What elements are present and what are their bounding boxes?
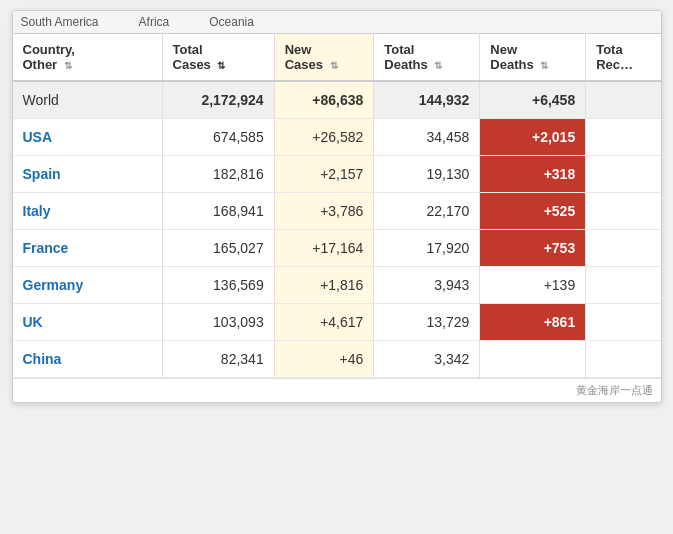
sort-icon-country: ⇅	[64, 60, 72, 71]
table-row: Germany 136,569 +1,816 3,943 +139	[13, 267, 661, 304]
row-new-deaths	[480, 341, 586, 378]
row-total-rec	[586, 267, 661, 304]
row-country: France	[13, 230, 163, 267]
region-tabs: South America Africa Oceania	[13, 11, 661, 34]
header-total-cases[interactable]: TotalCases ⇅	[162, 34, 274, 81]
row-new-deaths: +861	[480, 304, 586, 341]
region-south-america[interactable]: South America	[21, 15, 99, 29]
row-country: Germany	[13, 267, 163, 304]
row-total-cases: 165,027	[162, 230, 274, 267]
row-country: USA	[13, 119, 163, 156]
world-total-cases: 2,172,924	[162, 81, 274, 119]
row-total-cases: 182,816	[162, 156, 274, 193]
row-total-rec	[586, 193, 661, 230]
row-new-cases: +4,617	[274, 304, 374, 341]
world-country: World	[13, 81, 163, 119]
covid-table-container: South America Africa Oceania Country,Oth…	[12, 10, 662, 403]
row-new-cases: +46	[274, 341, 374, 378]
table-header-row: Country,Other ⇅ TotalCases ⇅ NewCases ⇅ …	[13, 34, 661, 81]
row-total-cases: 136,569	[162, 267, 274, 304]
country-link[interactable]: Italy	[23, 203, 51, 219]
row-total-deaths: 22,170	[374, 193, 480, 230]
table-row: USA 674,585 +26,582 34,458 +2,015	[13, 119, 661, 156]
header-new-cases[interactable]: NewCases ⇅	[274, 34, 374, 81]
row-total-deaths: 3,943	[374, 267, 480, 304]
row-country: China	[13, 341, 163, 378]
row-total-rec	[586, 304, 661, 341]
table-row: UK 103,093 +4,617 13,729 +861	[13, 304, 661, 341]
region-africa[interactable]: Africa	[139, 15, 170, 29]
row-total-cases: 674,585	[162, 119, 274, 156]
row-new-deaths: +318	[480, 156, 586, 193]
country-link[interactable]: France	[23, 240, 69, 256]
header-total-rec[interactable]: TotaRec…	[586, 34, 661, 81]
world-total-rec	[586, 81, 661, 119]
row-new-cases: +1,816	[274, 267, 374, 304]
row-new-cases: +3,786	[274, 193, 374, 230]
sort-icon-new-deaths: ⇅	[540, 60, 548, 71]
region-oceania[interactable]: Oceania	[209, 15, 254, 29]
row-new-cases: +2,157	[274, 156, 374, 193]
row-total-deaths: 19,130	[374, 156, 480, 193]
row-country: UK	[13, 304, 163, 341]
row-country: Italy	[13, 193, 163, 230]
row-total-deaths: 13,729	[374, 304, 480, 341]
world-row: World 2,172,924 +86,638 144,932 +6,458	[13, 81, 661, 119]
country-link[interactable]: USA	[23, 129, 53, 145]
country-link[interactable]: Germany	[23, 277, 84, 293]
row-total-deaths: 34,458	[374, 119, 480, 156]
row-total-cases: 103,093	[162, 304, 274, 341]
row-new-deaths: +525	[480, 193, 586, 230]
row-total-cases: 82,341	[162, 341, 274, 378]
world-total-deaths: 144,932	[374, 81, 480, 119]
world-new-deaths: +6,458	[480, 81, 586, 119]
row-total-rec	[586, 230, 661, 267]
world-new-cases: +86,638	[274, 81, 374, 119]
watermark-note: 黄金海岸一点通	[13, 378, 661, 402]
country-link[interactable]: Spain	[23, 166, 61, 182]
row-total-cases: 168,941	[162, 193, 274, 230]
country-link[interactable]: UK	[23, 314, 43, 330]
sort-icon-new-cases: ⇅	[330, 60, 338, 71]
row-new-cases: +26,582	[274, 119, 374, 156]
sort-icon-total-deaths: ⇅	[434, 60, 442, 71]
row-total-deaths: 3,342	[374, 341, 480, 378]
row-total-rec	[586, 119, 661, 156]
table-row: China 82,341 +46 3,342	[13, 341, 661, 378]
header-total-deaths[interactable]: TotalDeaths ⇅	[374, 34, 480, 81]
sort-icon-total-cases: ⇅	[217, 60, 225, 71]
row-new-deaths: +139	[480, 267, 586, 304]
header-new-deaths[interactable]: NewDeaths ⇅	[480, 34, 586, 81]
row-total-deaths: 17,920	[374, 230, 480, 267]
header-country[interactable]: Country,Other ⇅	[13, 34, 163, 81]
row-new-deaths: +2,015	[480, 119, 586, 156]
table-row: Italy 168,941 +3,786 22,170 +525	[13, 193, 661, 230]
country-link[interactable]: China	[23, 351, 62, 367]
table-row: France 165,027 +17,164 17,920 +753	[13, 230, 661, 267]
row-new-cases: +17,164	[274, 230, 374, 267]
row-total-rec	[586, 156, 661, 193]
covid-data-table: Country,Other ⇅ TotalCases ⇅ NewCases ⇅ …	[13, 34, 661, 378]
row-country: Spain	[13, 156, 163, 193]
row-total-rec	[586, 341, 661, 378]
table-row: Spain 182,816 +2,157 19,130 +318	[13, 156, 661, 193]
row-new-deaths: +753	[480, 230, 586, 267]
